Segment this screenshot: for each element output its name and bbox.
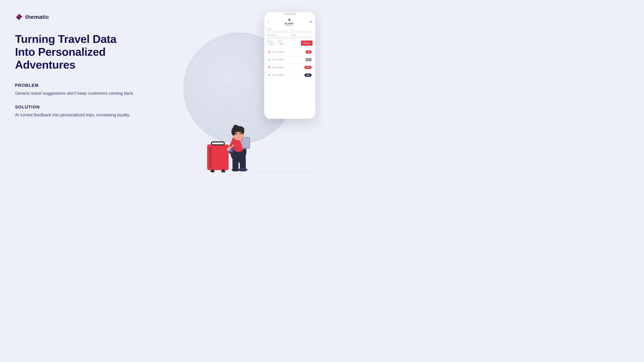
svg-rect-20 bbox=[240, 156, 246, 169]
return-input[interactable] bbox=[290, 36, 312, 39]
flight-time-4: 9:00 - 12:00 PM bbox=[272, 74, 304, 76]
from-input[interactable] bbox=[267, 30, 289, 33]
phone-notch bbox=[283, 13, 296, 15]
phone-mockup: ⌂ ✈ FLIGHT BOOKING FROM bbox=[264, 12, 316, 119]
svg-point-34 bbox=[236, 133, 237, 134]
svg-point-31 bbox=[233, 125, 238, 130]
flight-price-2: 50€ bbox=[306, 58, 312, 61]
phone-title: FLIGHT bbox=[285, 22, 294, 25]
phone-title-block: ✈ FLIGHT BOOKING bbox=[285, 17, 294, 26]
plane-icon-1: ✈ bbox=[268, 50, 271, 54]
to-label: TO bbox=[290, 28, 312, 30]
departure-return-row: DEPARTURE RETURN bbox=[267, 34, 312, 39]
from-field: FROM bbox=[267, 28, 289, 33]
flight-row-2: ✈ 9:00 - 12:00 PM 50€ bbox=[266, 56, 314, 63]
to-input[interactable] bbox=[290, 30, 312, 33]
svg-marker-0 bbox=[16, 14, 19, 17]
svg-point-38 bbox=[227, 148, 230, 151]
svg-point-22 bbox=[238, 168, 248, 172]
svg-rect-19 bbox=[232, 158, 238, 169]
page-wrapper: thematic Turning Travel Data Into Person… bbox=[0, 0, 322, 181]
flight-price-3: 100€ bbox=[304, 66, 312, 69]
problem-text: Generic travel suggestions don't keep cu… bbox=[15, 90, 152, 96]
phone-form: FROM TO DEPARTURE RETURN bbox=[264, 28, 315, 49]
svg-marker-2 bbox=[16, 17, 19, 20]
menu-icon bbox=[309, 21, 312, 23]
flight-time-2: 9:00 - 12:00 PM bbox=[272, 59, 306, 61]
main-headline: Turning Travel Data Into Personalized Ad… bbox=[15, 33, 152, 71]
return-label: RETURN bbox=[290, 34, 312, 36]
svg-point-30 bbox=[241, 128, 244, 134]
flight-price-1: 20€ bbox=[306, 50, 312, 54]
adults-counter[interactable]: 2 + bbox=[267, 42, 276, 46]
home-icon: ⌂ bbox=[268, 20, 270, 24]
solution-text: AI turned feedback into personalized tri… bbox=[15, 112, 152, 118]
flight-time-1: 9:00 - 12:00 PM bbox=[272, 51, 306, 53]
departure-field: DEPARTURE bbox=[267, 34, 289, 39]
flight-time-3: 9:00 - 12:00 PM bbox=[272, 66, 304, 68]
search-button[interactable]: SEARCH bbox=[301, 40, 312, 46]
logo-container: thematic bbox=[15, 13, 152, 21]
solution-label: SOLUTION bbox=[15, 105, 152, 110]
headline-line2: Into Personalized Adventures bbox=[15, 46, 106, 71]
plane-icon-4: ✈ bbox=[268, 73, 271, 77]
flight-results: ✈ 9:00 - 12:00 PM 20€ ✈ 9:00 - 12:00 PM … bbox=[264, 49, 315, 78]
child-counter[interactable]: 0 + bbox=[277, 42, 286, 46]
adults-label: ADULTS bbox=[267, 40, 276, 42]
to-field: TO bbox=[290, 28, 312, 33]
departure-label: DEPARTURE bbox=[267, 34, 289, 36]
child-block: CHILD 0 + bbox=[277, 40, 286, 46]
svg-rect-25 bbox=[243, 138, 249, 148]
from-to-row: FROM TO bbox=[267, 28, 312, 33]
flight-row-3: ✈ 9:00 - 12:00 PM 100€ bbox=[266, 64, 314, 71]
thematic-logo-icon bbox=[15, 13, 23, 21]
phone-header: ⌂ ✈ FLIGHT BOOKING bbox=[264, 15, 315, 28]
flight-row-1: ✈ 9:00 - 12:00 PM 20€ bbox=[266, 49, 314, 55]
phone-subtitle: BOOKING bbox=[285, 25, 294, 26]
svg-marker-3 bbox=[19, 17, 22, 20]
svg-rect-15 bbox=[209, 147, 212, 168]
right-panel: ⌂ ✈ FLIGHT BOOKING FROM bbox=[168, 0, 322, 181]
adults-block: ADULTS 2 + bbox=[267, 40, 276, 46]
character-illustration bbox=[201, 82, 265, 172]
plane-icon-2: ✈ bbox=[268, 58, 271, 62]
flight-row-4: ✈ 9:00 - 12:00 PM 200€ bbox=[266, 72, 314, 78]
adults-child-row: ADULTS 2 + CHILD 0 + SEARCH bbox=[267, 40, 312, 46]
flight-price-4: 200€ bbox=[304, 73, 312, 77]
svg-point-35 bbox=[240, 133, 241, 134]
return-field: RETURN bbox=[290, 34, 312, 39]
svg-rect-14 bbox=[212, 142, 224, 145]
problem-section: PROBLEM Generic travel suggestions don't… bbox=[15, 83, 152, 96]
problem-label: PROBLEM bbox=[15, 83, 152, 88]
solution-section: SOLUTION AI turned feedback into persona… bbox=[15, 105, 152, 118]
plane-icon: ✈ bbox=[286, 17, 292, 23]
svg-marker-1 bbox=[19, 14, 22, 17]
logo-text: thematic bbox=[25, 14, 49, 20]
departure-input[interactable] bbox=[267, 36, 289, 39]
child-label: CHILD bbox=[277, 40, 286, 42]
headline-line1: Turning Travel Data bbox=[15, 33, 116, 45]
from-label: FROM bbox=[267, 28, 289, 30]
left-panel: thematic Turning Travel Data Into Person… bbox=[0, 0, 168, 181]
plane-icon-3: ✈ bbox=[268, 65, 271, 69]
